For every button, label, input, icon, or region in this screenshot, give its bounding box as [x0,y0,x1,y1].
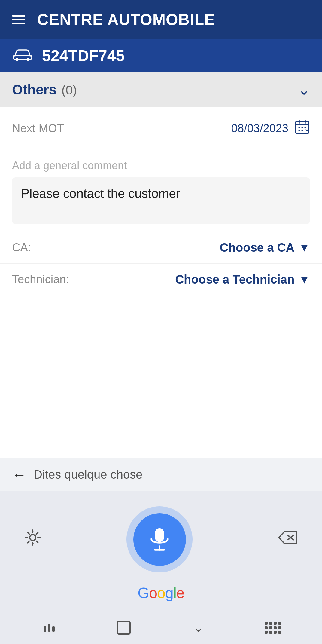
voice-mic-button[interactable] [126,506,193,572]
content-area: Next MOT 08/03/2023 Add a ge [0,107,322,458]
voice-prompt: Dites quelque chose [34,468,310,481]
technician-dropdown[interactable]: Choose a Technician ▼ [175,273,310,286]
mot-row: Next MOT 08/03/2023 [0,107,322,147]
others-section[interactable]: Others (0) ⌄ [0,72,322,107]
ca-dropdown[interactable]: Choose a CA ▼ [220,241,310,254]
nav-down-button[interactable]: ⌄ [186,619,210,637]
vehicle-plate: 524TDF745 [42,47,125,65]
svg-point-1 [16,58,19,61]
voice-mic-inner-circle [133,513,186,566]
mot-right: 08/03/2023 [231,119,310,138]
svg-point-7 [299,130,300,131]
chevron-down-nav-icon: ⌄ [193,620,204,635]
technician-field-row: Technician: Choose a Technician ▼ [0,263,322,295]
keyboard-icon [265,622,281,634]
ca-dropdown-text: Choose a CA [220,241,294,254]
ca-label: CA: [12,241,31,254]
others-chevron-icon[interactable]: ⌄ [298,81,310,98]
svg-point-9 [30,535,36,541]
technician-dropdown-arrow-icon: ▼ [299,273,310,286]
ca-field-row: CA: Choose a CA ▼ [0,232,322,263]
keyboard-controls [0,506,322,572]
comment-section: Add a general comment [0,147,322,232]
technician-dropdown-text: Choose a Technician [175,273,294,286]
mot-date: 08/03/2023 [231,122,288,135]
voice-keyboard-area: Google [0,491,322,611]
others-label: Others [12,82,56,97]
nav-home-button[interactable] [112,619,136,637]
car-icon [12,47,33,64]
microphone-icon [146,526,173,553]
voice-input-bar: ← Dites quelque chose [0,458,322,491]
system-nav-bar: ⌄ [0,611,322,644]
google-brand-logo: Google [138,584,184,602]
calendar-icon[interactable] [294,119,310,138]
svg-point-6 [305,127,306,128]
recents-icon [44,624,55,632]
nav-keyboard-button[interactable] [261,619,285,637]
app-title: CENTRE AUTOMOBILE [37,11,215,29]
mot-label: Next MOT [12,122,64,135]
ca-dropdown-arrow-icon: ▼ [299,241,310,254]
settings-icon[interactable] [24,529,41,550]
voice-back-icon[interactable]: ← [12,466,26,483]
nav-recents-button[interactable] [37,619,61,637]
svg-point-2 [26,58,29,61]
voice-mic-outer-ring [126,506,193,572]
home-icon [117,621,131,635]
menu-icon[interactable] [12,15,25,24]
svg-rect-10 [155,528,164,542]
svg-point-5 [302,127,303,128]
technician-label: Technician: [12,273,69,286]
top-app-bar: CENTRE AUTOMOBILE [0,0,322,39]
comment-input[interactable] [12,177,310,224]
others-label-group: Others (0) [12,81,77,98]
others-count: (0) [62,83,77,97]
svg-point-8 [302,130,303,131]
svg-point-4 [299,127,300,128]
backspace-icon[interactable] [278,530,298,549]
comment-label: Add a general comment [12,159,310,172]
vehicle-bar: 524TDF745 [0,39,322,72]
